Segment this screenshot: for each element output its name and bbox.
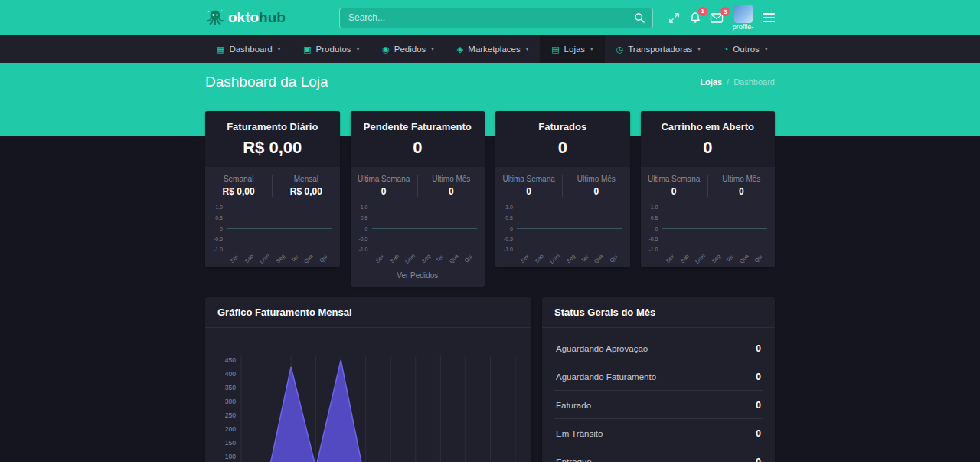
sparkline-y-tick: 0 — [357, 226, 368, 231]
monthly-chart-panel: Gráfico Faturamento Mensal 4504003503002… — [205, 297, 531, 462]
sparkline-zero-line — [517, 228, 622, 229]
nav-item-outros[interactable]: ◔ Outros ▾ — [712, 35, 779, 63]
sparkline-x-tick: Dom — [404, 253, 416, 264]
topbar: oktohub — [0, 0, 980, 35]
sparkline-x-tick: Dom — [694, 253, 706, 264]
sparkline-x-tick: Qui — [753, 254, 763, 264]
card-value: R$ 0,00 — [211, 138, 334, 158]
messages-button[interactable]: 3 — [710, 11, 724, 24]
sparkline-zero-line — [662, 228, 768, 229]
sparkline-x-tick: Sab — [243, 254, 254, 264]
card-col-label: Ultima Semana — [351, 175, 417, 183]
status-row: Aguardando Faturamento 0 — [554, 362, 763, 391]
search-input[interactable] — [347, 11, 634, 24]
svg-text:350: 350 — [225, 384, 236, 392]
fullscreen-button[interactable] — [668, 12, 680, 24]
profile-menu[interactable]: profile- — [733, 5, 754, 31]
status-value: 0 — [756, 428, 761, 439]
sparkline-x-tick: Qua — [303, 253, 314, 264]
sparkline-x-tick: Ter — [290, 254, 299, 264]
sparkline-x-tick: Qui — [609, 254, 619, 264]
sparkline-x-tick: Seg — [566, 254, 577, 264]
card-value: 0 — [501, 138, 624, 158]
status-row: Faturado 0 — [554, 391, 763, 419]
card-title: Faturados — [501, 121, 624, 133]
chevron-down-icon: ▾ — [590, 46, 593, 52]
search-button[interactable] — [634, 12, 645, 24]
dashboard-icon: ▦ — [217, 45, 224, 54]
card-title: Carrinho em Aberto — [647, 121, 769, 133]
sparkline-y-tick: -0.5 — [211, 236, 223, 241]
nav-item-marketplaces[interactable]: ◈ Marketplaces ▾ — [446, 35, 540, 63]
nav-item-label: Outros — [733, 44, 760, 54]
sparkline-chart: 1.00.50-0.5-1.0SexSabDomSegTerQuaQui — [205, 200, 340, 267]
chevron-down-icon: ▾ — [765, 46, 768, 52]
ver-pedidos-link[interactable]: Ver Pedidos — [351, 267, 485, 287]
nav-item-transportadoras[interactable]: ◷ Transportadoras ▾ — [605, 35, 712, 63]
sparkline-y-tick: -1.0 — [647, 247, 658, 252]
sparkline-x-tick: Dom — [259, 253, 270, 264]
notifications-button[interactable]: 1 — [689, 11, 701, 25]
sparkline-zero-line — [372, 228, 478, 229]
brand-text: oktohub — [228, 9, 286, 26]
sparkline-x-tick: Seg — [276, 254, 286, 264]
nav-item-produtos[interactable]: ▣ Produtos ▾ — [292, 35, 371, 63]
sparkline-x-tick: Qua — [448, 253, 459, 264]
svg-text:450: 450 — [225, 356, 236, 364]
sparkline-y-tick: 0.5 — [647, 215, 658, 221]
sparkline-y-tick: -1.0 — [501, 247, 513, 252]
nav-item-label: Transportadoras — [628, 44, 692, 54]
nav-item-label: Dashboard — [229, 44, 272, 54]
monthly-area-chart: 450400350300250200150100 — [215, 354, 521, 462]
nav-item-label: Produtos — [316, 44, 351, 54]
sparkline-x-tick: Sex — [374, 254, 384, 264]
main-content: Faturamento Diário R$ 0,00 Semanal R$ 0,… — [205, 111, 775, 462]
menu-toggle-button[interactable] — [763, 13, 775, 22]
others-icon: ◔ — [724, 45, 729, 54]
breadcrumb-current[interactable]: Dashboard — [733, 77, 775, 87]
sparkline-x-tick: Ter — [725, 254, 734, 264]
sparkline-x-tick: Dom — [549, 253, 560, 264]
sparkline-y-tick: 1.0 — [211, 205, 223, 210]
status-value: 0 — [756, 372, 761, 382]
nav-item-lojas[interactable]: ▤ Lojas ▾ — [540, 35, 604, 63]
nav-item-pedidos[interactable]: ◉ Pedidos ▾ — [371, 35, 446, 63]
sparkline-x-tick: Qui — [318, 254, 328, 264]
sparkline-y-tick: -1.0 — [357, 247, 368, 252]
panel-title: Status Gerais do Mês — [542, 297, 775, 328]
svg-text:250: 250 — [225, 411, 236, 419]
octopus-logo-icon — [205, 8, 225, 28]
sparkline-x-tick: Seg — [710, 254, 721, 264]
breadcrumb-section[interactable]: Lojas — [700, 77, 722, 87]
sparkline-y-tick: -1.0 — [211, 247, 223, 252]
sparkline-zero-line — [227, 228, 332, 229]
chevron-down-icon: ▾ — [526, 46, 529, 52]
sparkline-x-tick: Sab — [534, 254, 544, 264]
profile-caption: profile- — [733, 24, 754, 31]
status-panel: Status Gerais do Mês Aguardando Aprovaçã… — [542, 297, 775, 462]
brand-text-primary: okto — [228, 9, 259, 25]
avatar — [734, 5, 753, 23]
status-row: Em Trânsito 0 — [554, 419, 763, 447]
status-label: Aguardando Faturamento — [556, 372, 656, 382]
chevron-down-icon: ▾ — [431, 46, 434, 52]
stat-card-faturados: Faturados 0 Ultima Semana 0 Ultimo Mês 0… — [495, 111, 630, 267]
brand-logo[interactable]: oktohub — [205, 8, 339, 28]
products-icon: ▣ — [303, 45, 311, 54]
expand-icon — [668, 12, 680, 24]
card-col-value: 0 — [708, 186, 775, 197]
sparkline-x-tick: Sab — [389, 254, 400, 264]
svg-text:300: 300 — [225, 398, 236, 405]
sparkline-x-tick: Sab — [679, 254, 690, 264]
card-col-label: Semanal — [205, 175, 272, 183]
breadcrumb-separator: / — [727, 77, 729, 87]
sparkline-x-tick: Qua — [593, 253, 604, 264]
nav-item-dashboard[interactable]: ▦ Dashboard ▾ — [205, 35, 292, 63]
app-root: oktohub — [0, 0, 980, 462]
sparkline-y-tick: 1.0 — [647, 205, 658, 210]
sparkline-x-tick: Seg — [420, 254, 431, 264]
card-col-value: 0 — [418, 186, 485, 197]
breadcrumb: Lojas / Dashboard — [700, 77, 775, 87]
sparkline-y-tick: -0.5 — [357, 236, 368, 241]
search-box — [339, 8, 653, 28]
